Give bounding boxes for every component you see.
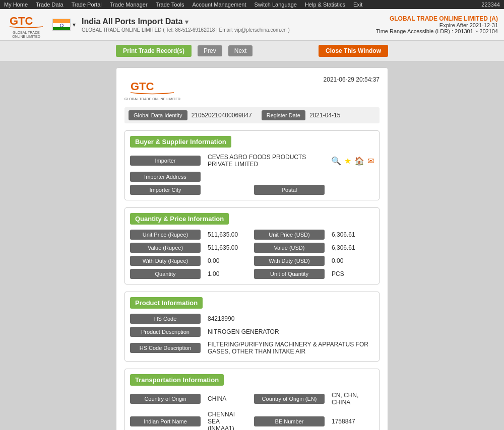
importer-address-row: Importer Address	[130, 172, 374, 182]
top-navigation-bar: My Home Trade Data Trade Portal Trade Ma…	[0, 0, 504, 9]
value-usd-label: Value (USD)	[254, 243, 325, 253]
product-desc-row: Product Description NITROGEN GENERATOR	[130, 327, 374, 337]
nav-help-statistics[interactable]: Help & Statistics	[305, 2, 345, 8]
unit-price-row: Unit Price (Rupee) 511,635.00 Unit Price…	[130, 230, 374, 240]
search-icon[interactable]: 🔍	[331, 156, 341, 166]
quantity-price-header: Quantity & Price Information	[130, 213, 374, 230]
country-origin-en-value: CN, CHN, CHINA	[329, 391, 374, 407]
mail-icon[interactable]: ✉	[367, 156, 374, 166]
record-timestamp: 2021-06-29 20:54:37	[324, 76, 380, 83]
page-title: India All Ports Import Data ▾	[82, 17, 370, 26]
nav-trade-manager[interactable]: Trade Manager	[110, 2, 148, 8]
hs-code-desc-row: HS Code Description FILTERING/PURIFYING …	[130, 340, 374, 356]
page-header: GTC GLOBAL TRADE ONLINE LIMITED ▾ India …	[0, 9, 504, 41]
next-button[interactable]: Next	[228, 45, 253, 56]
close-button[interactable]: Close This Window	[319, 45, 388, 57]
flag-dropdown[interactable]: ▾	[52, 19, 76, 31]
india-flag	[52, 19, 71, 31]
value-usd-value: 6,306.61	[329, 243, 374, 252]
country-origin-en-label: Country of Origin (EN)	[254, 394, 325, 404]
unit-of-quantity-label: Unit of Quantity	[254, 269, 325, 279]
with-duty-rupee-value: 0.00	[205, 256, 250, 265]
be-number-label: BE Number	[254, 416, 325, 426]
importer-city-group: Importer City	[130, 185, 250, 195]
hs-code-desc-value: FILTERING/PURIFYING MACHINERY & APPARATU…	[205, 340, 374, 356]
postal-value	[329, 189, 374, 191]
nav-my-home[interactable]: My Home	[4, 2, 28, 8]
global-data-identity-label: Global Data Identity	[129, 110, 187, 120]
unit-price-usd-label: Unit Price (USD)	[254, 230, 325, 240]
hs-code-row: HS Code 84213990	[130, 314, 374, 324]
print-button[interactable]: Print Trade Record(s)	[116, 45, 192, 57]
indian-port-group: Indian Port Name CHENNAI SEA (INMAA1)	[130, 410, 250, 430]
value-rupee-value: 511,635.00	[205, 243, 250, 252]
importer-label: Importer	[130, 156, 201, 166]
time-range: Time Range Accessible (LDR) : 201301 ~ 2…	[376, 28, 498, 34]
importer-group: Importer CEVES AGRO FOODS PRODUCTS PRIVA…	[130, 153, 327, 169]
country-origin-group: Country of Origin CHINA	[130, 394, 250, 404]
quantity-group: Quantity 1.00	[130, 269, 250, 279]
company-name: GLOBAL TRADE ONLINE LIMITED (A)	[376, 15, 498, 22]
nav-trade-tools[interactable]: Trade Tools	[156, 2, 184, 8]
importer-icons: 🔍 ★ 🏠 ✉	[331, 156, 374, 166]
product-desc-label: Product Description	[130, 327, 201, 337]
transport-header: Transportation Information	[130, 374, 374, 391]
postal-label: Postal	[254, 185, 325, 195]
value-rupee-group: Value (Rupee) 511,635.00	[130, 243, 250, 253]
country-origin-label: Country of Origin	[130, 394, 201, 404]
importer-row: Importer CEVES AGRO FOODS PRODUCTS PRIVA…	[130, 153, 374, 169]
unit-price-usd-value: 6,306.61	[329, 230, 374, 239]
unit-of-quantity-value: PCS	[329, 269, 374, 278]
card-header: GTC GLOBAL TRADE ONLINE LIMITED 2021-06-…	[124, 76, 380, 101]
top-action-bar: Print Trade Record(s) Prev Next Close Th…	[0, 41, 504, 61]
product-section: Product Information HS Code 84213990 Pro…	[124, 292, 380, 362]
country-origin-row: Country of Origin CHINA Country of Origi…	[130, 391, 374, 407]
quantity-value: 1.00	[205, 269, 250, 278]
indian-port-row: Indian Port Name CHENNAI SEA (INMAA1) BE…	[130, 410, 374, 430]
unit-of-quantity-group: Unit of Quantity PCS	[254, 269, 374, 279]
with-duty-row: With Duty (Rupee) 0.00 With Duty (USD) 0…	[130, 256, 374, 266]
quantity-row: Quantity 1.00 Unit of Quantity PCS	[130, 269, 374, 279]
value-rupee-label: Value (Rupee)	[130, 243, 201, 253]
importer-address-value	[205, 176, 374, 178]
nav-trade-data[interactable]: Trade Data	[36, 2, 64, 8]
be-number-group: BE Number 1758847	[254, 416, 374, 426]
record-card: GTC GLOBAL TRADE ONLINE LIMITED 2021-06-…	[116, 67, 388, 430]
buyer-supplier-header: Buyer & Supplier Information	[130, 136, 374, 153]
nav-switch-language[interactable]: Switch Language	[255, 2, 297, 8]
importer-address-label: Importer Address	[130, 172, 201, 182]
value-usd-group: Value (USD) 6,306.61	[254, 243, 374, 253]
be-number-value: 1758847	[329, 417, 374, 426]
postal-group: Postal	[254, 185, 374, 195]
unit-price-rupee-value: 511,635.00	[205, 230, 250, 239]
nav-exit[interactable]: Exit	[353, 2, 362, 8]
main-content: GTC GLOBAL TRADE ONLINE LIMITED 2021-06-…	[0, 61, 504, 430]
nav-menu[interactable]: My Home Trade Data Trade Portal Trade Ma…	[4, 2, 362, 8]
product-desc-value: NITROGEN GENERATOR	[205, 327, 374, 336]
nav-trade-portal[interactable]: Trade Portal	[72, 2, 102, 8]
star-icon[interactable]: ★	[344, 156, 351, 166]
home-icon[interactable]: 🏠	[354, 156, 364, 166]
svg-text:GTC: GTC	[10, 15, 33, 27]
hs-code-value: 84213990	[205, 314, 374, 323]
importer-city-label: Importer City	[130, 185, 201, 195]
expire-info: Expire After 2021-12-31	[376, 22, 498, 28]
with-duty-rupee-label: With Duty (Rupee)	[130, 256, 201, 266]
flag-dropdown-arrow[interactable]: ▾	[73, 21, 76, 28]
prev-button[interactable]: Prev	[198, 45, 222, 56]
svg-text:GTC: GTC	[131, 80, 154, 93]
nav-account-management[interactable]: Account Management	[193, 2, 246, 8]
header-center: India All Ports Import Data ▾ GLOBAL TRA…	[82, 17, 370, 33]
importer-value: CEVES AGRO FOODS PRODUCTS PRIVATE LIMITE…	[205, 153, 327, 169]
hs-code-label: HS Code	[130, 314, 201, 324]
product-header: Product Information	[130, 297, 374, 314]
country-origin-value: CHINA	[205, 394, 250, 403]
global-data-identity-value: 210520210400069847	[192, 112, 258, 119]
importer-city-value	[205, 189, 250, 191]
unit-price-rupee-group: Unit Price (Rupee) 511,635.00	[130, 230, 250, 240]
hs-code-desc-label: HS Code Description	[130, 343, 201, 353]
company-logo: GTC GLOBAL TRADE ONLINE LIMITED	[6, 12, 46, 37]
header-right: GLOBAL TRADE ONLINE LIMITED (A) Expire A…	[376, 15, 498, 34]
register-date-label: Register Date	[262, 110, 305, 120]
transport-section: Transportation Information Country of Or…	[124, 369, 380, 430]
